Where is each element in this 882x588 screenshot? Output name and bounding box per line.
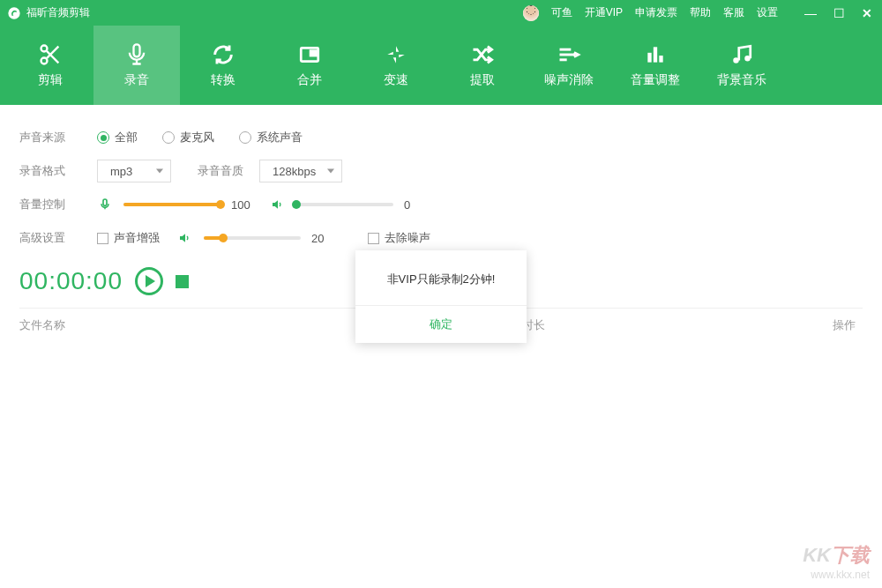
tool-cut[interactable]: 剪辑 [7,26,93,105]
tool-label: 音量调整 [631,72,680,88]
mic-icon [124,42,149,67]
radio-dot-icon [97,131,109,144]
tool-label: 转换 [211,72,235,88]
format-select[interactable]: mp3 [97,160,171,182]
svg-marker-10 [399,55,405,57]
quality-value: 128kbps [273,165,316,178]
main-toolbar: 剪辑 录音 转换 合并 变速 提取 噪声消除 音量调整 背景音乐 [0,26,882,105]
source-label: 声音来源 [19,130,81,145]
bars-icon [643,42,668,67]
denoise-icon [557,42,581,67]
row-source: 声音来源 全部 麦克风 系统声音 [19,121,863,154]
titlebar: 福昕音频剪辑 可鱼 开通VIP 申请发票 帮助 客服 设置 — ☐ ✕ [0,0,882,26]
col-operation: 操作 [751,317,863,333]
merge-icon [297,42,322,67]
source-radio-group: 全部 麦克风 系统声音 [97,130,303,145]
radio-circle-icon [162,131,175,144]
tool-label: 剪辑 [38,72,63,88]
tool-bgm[interactable]: 背景音乐 [699,26,785,105]
modal-confirm-button[interactable]: 确定 [355,306,527,343]
user-name[interactable]: 可鱼 [551,5,572,20]
volume-label: 音量控制 [19,197,81,212]
vip-link[interactable]: 开通VIP [585,5,623,20]
speaker-small-icon [177,230,193,246]
svg-point-0 [41,46,48,52]
music-icon [729,42,754,67]
quality-select[interactable]: 128kbps [259,160,342,182]
radio-label: 麦克风 [180,130,214,145]
denoise-checkbox[interactable]: 去除噪声 [368,230,430,246]
advanced-label: 高级设置 [19,230,81,246]
close-button[interactable]: ✕ [861,6,873,20]
radio-label: 全部 [115,130,138,145]
enhance-checkbox[interactable]: 声音增强 [97,230,160,246]
tool-label: 合并 [297,72,322,88]
tool-label: 变速 [384,72,408,88]
format-label: 录音格式 [19,163,81,179]
tool-denoise[interactable]: 噪声消除 [526,26,612,105]
enhance-label: 声音增强 [114,230,160,246]
settings-link[interactable]: 设置 [757,5,778,20]
svg-rect-6 [310,51,317,56]
tool-label: 背景音乐 [717,72,766,88]
wm-text2: 下载 [831,544,870,566]
svg-marker-18 [273,200,278,208]
radio-all[interactable]: 全部 [97,130,138,145]
enhance-slider[interactable] [204,236,301,240]
tool-record[interactable]: 录音 [93,26,180,105]
svg-rect-17 [103,199,107,205]
refresh-icon [211,42,235,67]
enhance-value: 20 [311,232,341,245]
tool-volume[interactable]: 音量调整 [612,26,699,105]
vip-limit-modal: 非VIP只能录制2分钟! 确定 [355,250,527,343]
tool-speed[interactable]: 变速 [353,26,439,105]
scissors-icon [38,42,63,67]
record-stop-button[interactable] [176,275,189,288]
speaker-volume-slider[interactable] [296,203,393,206]
timer-display: 00:00:00 [19,267,123,295]
svg-rect-15 [654,47,657,62]
avatar[interactable] [523,5,539,21]
tool-merge[interactable]: 合并 [266,26,353,105]
tool-convert[interactable]: 转换 [180,26,266,105]
tool-label: 噪声消除 [544,72,594,88]
row-format: 录音格式 mp3 录音音质 128kbps [19,154,863,188]
minimize-button[interactable]: — [804,6,817,20]
svg-marker-8 [393,57,396,63]
denoise-label: 去除噪声 [385,230,430,246]
tool-label: 录音 [124,72,149,88]
mic-volume-value: 100 [231,198,261,212]
radio-mic[interactable]: 麦克风 [162,130,214,145]
record-play-button[interactable] [135,267,163,295]
mic-volume-slider[interactable] [123,203,220,206]
app-title: 福昕音频剪辑 [26,5,90,20]
invoice-link[interactable]: 申请发票 [635,5,677,20]
svg-rect-4 [134,44,140,56]
speaker-volume-value: 0 [404,198,434,212]
modal-message: 非VIP只能录制2分钟! [355,250,527,306]
radio-circle-icon [239,131,251,144]
row-volume: 音量控制 100 0 [19,188,863,221]
svg-marker-9 [387,52,393,55]
help-link[interactable]: 帮助 [690,5,711,20]
svg-point-1 [41,58,48,64]
speed-icon [384,42,408,67]
tool-label: 提取 [470,72,495,88]
svg-marker-7 [396,46,399,52]
svg-rect-16 [659,56,662,63]
service-link[interactable]: 客服 [723,5,744,20]
svg-rect-14 [647,53,651,63]
checkbox-icon [368,233,379,244]
tool-extract[interactable]: 提取 [439,26,526,105]
shuffle-icon [470,42,495,67]
quality-label: 录音音质 [198,163,243,179]
col-duration: 时长 [522,317,751,333]
radio-system[interactable]: 系统声音 [239,130,303,145]
svg-marker-19 [180,234,185,242]
format-value: mp3 [110,165,132,178]
maximize-button[interactable]: ☐ [833,6,845,20]
checkbox-icon [97,233,108,244]
watermark: KK下载 www.kkx.net [803,542,870,581]
window-controls: — ☐ ✕ [804,6,873,20]
wm-url: www.kkx.net [811,569,870,581]
